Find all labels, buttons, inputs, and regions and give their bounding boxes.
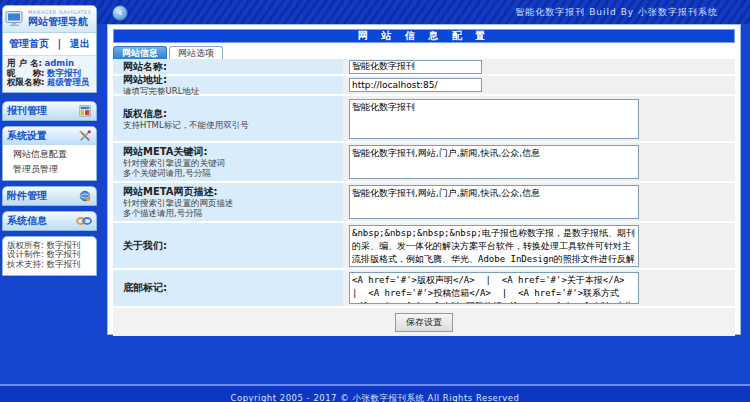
field-label: 关于我们: — [123, 240, 343, 252]
back-arrow-icon: ‹ — [118, 6, 123, 19]
field-label: 版权信息: — [123, 108, 343, 120]
field-label: 网站名称: — [123, 61, 343, 73]
admin-page: 智能化数字报刊 Build By 小张数字报刊系统 ‹ MANAGER NAVI… — [0, 0, 750, 402]
sidebar-section-attachment-mgmt: 附件管理 — [2, 186, 97, 206]
user-role-label: 权限名称: — [7, 77, 44, 87]
section-label: 报刊管理 — [7, 104, 47, 118]
sidebar-items: 网站信息配置 管理员管理 — [3, 145, 96, 180]
meta-description-textarea[interactable]: 智能化数字报刊,网站,门户,新闻,快讯,公众,信息 — [349, 185, 639, 219]
field-hint: 多个描述请用,号分隔 — [123, 208, 343, 218]
field-hint: 多个关键词请用,号分隔 — [123, 168, 343, 178]
user-info-box: 用 户 名: admin 昵 称: 数字报刊 权限名称: 超级管理员 — [3, 56, 96, 92]
sidebar-header-attachment-mgmt[interactable]: 附件管理 — [3, 187, 96, 205]
form-row-footer-markup: 底部标记: <A href='#'>版权声明</A> | <A href='#'… — [113, 270, 735, 308]
copyright-textarea[interactable]: 智能化数字报刊 — [349, 99, 639, 139]
tab-bar: 网站信息 网站选项 — [113, 46, 223, 59]
credit-value: 数字报刊 — [47, 240, 81, 250]
content-panel: 网 站 信 息 配 置 网站信息 网站选项 网站名称: 网站地址: 请填写完整U… — [107, 24, 741, 335]
logo-title: 网站管理导航 — [28, 15, 91, 29]
build-info-text: 智能化数字报刊 Build By 小张数字报刊系统 — [515, 6, 718, 19]
user-role-value: 超级管理员 — [47, 77, 90, 87]
form-row-meta-keywords: 网站META关键词: 针对搜索引擎设置的关键词 多个关键词请用,号分隔 智能化数… — [113, 143, 735, 183]
sidebar-credits-box: 版权所有: 数字报刊 设计制作: 数字报刊 技术支持: 数字报刊 — [2, 236, 97, 277]
chain-links-icon — [76, 215, 92, 227]
sidebar-header-panel: MANAGER NAVIGATES 网站管理导航 管理首页 | 退出 用 户 名… — [2, 5, 97, 93]
footer-markup-textarea[interactable]: <A href='#'>版权声明</A> | <A href='#'>关于本报<… — [349, 272, 639, 304]
site-config-form: 网站名称: 网站地址: 请填写完整URL地址 版权信息: 支持HTML标 — [113, 59, 735, 336]
credit-row: 技术支持: 数字报刊 — [7, 260, 92, 270]
sidebar-header-paper-mgmt[interactable]: 报刊管理 — [3, 102, 96, 120]
credit-label: 设计制作: — [7, 249, 44, 259]
user-nick-label: 昵 称: — [7, 68, 44, 78]
form-row-site-url: 网站地址: 请填写完整URL地址 — [113, 76, 735, 96]
tools-icon — [78, 130, 92, 142]
sidebar-section-paper-mgmt: 报刊管理 — [2, 101, 97, 121]
field-hint: 请填写完整URL地址 — [123, 86, 343, 96]
sidebar-logo: MANAGER NAVIGATES 网站管理导航 — [3, 6, 96, 33]
section-label: 系统信息 — [7, 214, 47, 228]
site-url-input[interactable] — [349, 78, 482, 92]
field-hint: 针对搜索引擎设置的关键词 — [123, 158, 343, 168]
user-role-row: 权限名称: 超级管理员 — [7, 78, 92, 88]
section-label: 附件管理 — [7, 189, 47, 203]
back-button[interactable]: ‹ — [112, 5, 128, 21]
credit-value: 数字报刊 — [47, 249, 81, 259]
credit-label: 版权所有: — [7, 240, 44, 250]
copyright-text: Copyright 2005 - 2017 © 小张数字报刊系统 All Rig… — [231, 393, 520, 402]
save-button[interactable]: 保存设置 — [395, 313, 453, 332]
section-label: 系统设置 — [7, 129, 47, 143]
user-name-label: 用 户 名: — [7, 58, 42, 68]
sidebar-item-site-config[interactable]: 网站信息配置 — [3, 147, 96, 162]
form-row-about-us: 关于我们: &nbsp;&nbsp;&nbsp;&nbsp;电子报也称数字报，是… — [113, 223, 735, 270]
nav-separator: | — [57, 38, 61, 49]
sidebar-header-system-settings[interactable]: 系统设置 — [3, 127, 96, 145]
sidebar-section-system-info: 系统信息 — [2, 211, 97, 231]
newspaper-window-icon — [78, 105, 92, 117]
user-name-value: admin — [45, 58, 75, 68]
page-footer: Copyright 2005 - 2017 © 小张数字报刊系统 All Rig… — [0, 384, 750, 402]
field-label: 网站META关键词: — [123, 146, 343, 158]
sidebar-item-admin-mgmt[interactable]: 管理员管理 — [3, 162, 96, 177]
tab-site-options[interactable]: 网站选项 — [169, 46, 223, 59]
sidebar-header-system-info[interactable]: 系统信息 — [3, 212, 96, 230]
field-label: 网站META网页描述: — [123, 186, 343, 198]
user-nick-value: 数字报刊 — [47, 68, 81, 78]
field-hint: 针对搜索引擎设置的网页描述 — [123, 198, 343, 208]
sidebar-nav-row: 管理首页 | 退出 — [3, 33, 96, 56]
globe-icon — [78, 190, 92, 202]
field-label: 底部标记: — [123, 282, 343, 294]
credit-label: 技术支持: — [7, 259, 44, 269]
credit-value: 数字报刊 — [47, 259, 81, 269]
form-row-meta-description: 网站META网页描述: 针对搜索引擎设置的网页描述 多个描述请用,号分隔 智能化… — [113, 183, 735, 223]
field-hint: 支持HTML标记，不能使用双引号 — [123, 120, 343, 130]
meta-keywords-textarea[interactable]: 智能化数字报刊,网站,门户,新闻,快讯,公众,信息 — [349, 145, 639, 179]
field-label: 网站地址: — [123, 74, 343, 86]
site-name-input[interactable] — [349, 60, 482, 74]
sidebar: MANAGER NAVIGATES 网站管理导航 管理首页 | 退出 用 户 名… — [2, 5, 97, 281]
sidebar-section-system-settings: 系统设置 网站信息配置 管理员管理 — [2, 126, 97, 181]
tab-site-info[interactable]: 网站信息 — [113, 46, 167, 59]
monitor-icon — [5, 11, 25, 27]
about-us-textarea[interactable]: &nbsp;&nbsp;&nbsp;&nbsp;电子报也称数字报，是数字报纸、期… — [349, 225, 639, 267]
nav-home-link[interactable]: 管理首页 — [9, 38, 49, 49]
page-title: 网 站 信 息 配 置 — [113, 29, 735, 43]
button-row: 保存设置 — [113, 308, 735, 336]
form-row-copyright: 版权信息: 支持HTML标记，不能使用双引号 智能化数字报刊 — [113, 96, 735, 143]
nav-logout-link[interactable]: 退出 — [70, 38, 90, 49]
